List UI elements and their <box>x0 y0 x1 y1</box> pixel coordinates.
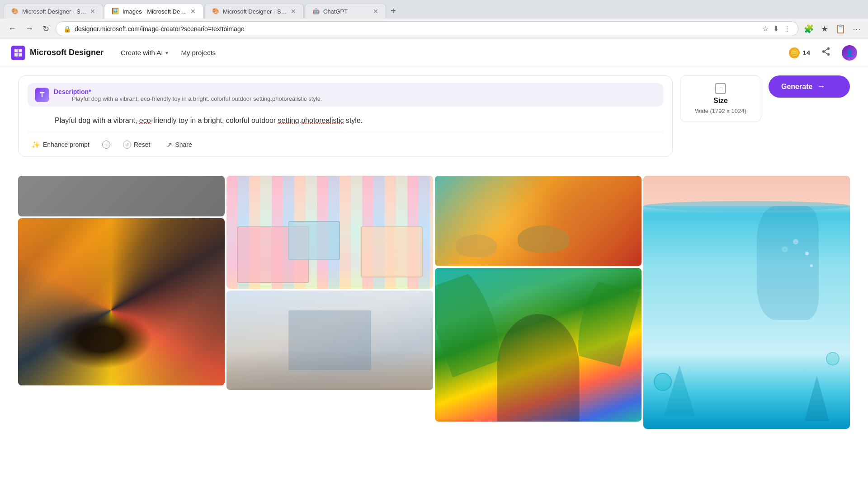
tab-1[interactable]: 🎨 Microsoft Designer - Stunning ... ✕ <box>4 4 103 19</box>
new-tab-button[interactable]: + <box>387 4 400 18</box>
reset-icon: ↺ <box>123 141 131 149</box>
gallery-image-ocean[interactable] <box>643 176 850 429</box>
size-checkbox[interactable]: □ <box>715 83 726 94</box>
gallery-image-cutoff[interactable] <box>18 176 225 216</box>
tab-3-close[interactable]: ✕ <box>291 8 296 15</box>
prompt-label: Description* <box>54 88 322 95</box>
main-content: Description* Playful dog with a vibrant,… <box>0 66 868 438</box>
prompt-toolbar: ✨ Enhance prompt i ↺ Reset ↗ Share <box>28 133 663 156</box>
star-icon[interactable]: ☆ <box>762 24 769 33</box>
prompt-word-photorealistic: photorealistic <box>301 117 344 124</box>
prompt-word-setting: setting <box>278 117 299 124</box>
top-prompt-row: Description* Playful dog with a vibrant,… <box>18 75 850 164</box>
browser-right-icons: 🧩 ★ 📋 ⋯ <box>802 22 863 36</box>
gallery-image-interior[interactable] <box>226 291 433 390</box>
nav-create-with-ai[interactable]: Create with AI ▾ <box>114 45 175 60</box>
back-button[interactable]: ← <box>5 22 19 35</box>
tab-2-title: Images - Microsoft Designer <box>123 8 187 15</box>
address-bar[interactable]: 🔒 designer.microsoft.com/image-creator?s… <box>56 21 798 36</box>
gallery-col-4 <box>643 176 850 429</box>
tab-1-close[interactable]: ✕ <box>90 8 95 15</box>
nav-create-label: Create with AI <box>121 49 163 56</box>
share-toolbar-icon: ↗ <box>166 141 172 149</box>
gallery-image-gifts[interactable] <box>226 176 433 289</box>
tab-2-favicon: 🖼️ <box>112 8 119 15</box>
size-value: Wide (1792 x 1024) <box>695 108 746 114</box>
gallery-image-abstract-orange[interactable] <box>18 218 225 385</box>
tab-1-favicon: 🎨 <box>11 8 19 15</box>
gallery-col-1 <box>18 176 225 429</box>
gallery-image-tropical[interactable] <box>435 268 642 422</box>
share-button[interactable]: ↗ Share <box>163 139 195 151</box>
forward-button[interactable]: → <box>23 22 36 35</box>
gallery-image-cooking[interactable] <box>435 176 642 266</box>
nav-projects-label: My projects <box>181 49 216 56</box>
reset-label: Reset <box>134 141 151 148</box>
enhance-info-icon[interactable]: i <box>102 141 110 149</box>
tab-4-favicon: 🤖 <box>312 8 320 15</box>
gallery <box>18 176 850 429</box>
browser-chrome: 🎨 Microsoft Designer - Stunning ... ✕ 🖼️… <box>0 0 868 39</box>
enhance-label: Enhance prompt <box>43 141 90 148</box>
enhance-icon: ✨ <box>31 141 40 149</box>
generate-arrow-icon: → <box>817 82 825 91</box>
nav-create-chevron: ▾ <box>165 50 168 56</box>
nav-my-projects[interactable]: My projects <box>175 45 222 60</box>
tab-3-title: Microsoft Designer - Stunning ... <box>223 8 287 15</box>
prompt-label-group: Description* Playful dog with a vibrant,… <box>54 88 322 102</box>
tab-2-close[interactable]: ✕ <box>190 8 196 15</box>
svg-rect-0 <box>11 46 25 60</box>
tab-3-favicon: 🎨 <box>212 8 219 15</box>
prompt-word-eco: eco <box>139 117 151 124</box>
logo-area: Microsoft Designer <box>11 46 104 60</box>
coins-badge[interactable]: 🪙 14 <box>789 47 810 58</box>
extensions-button[interactable]: 🧩 <box>802 22 816 36</box>
prompt-inner-header: Description* Playful dog with a vibrant,… <box>28 83 663 107</box>
tab-4[interactable]: 🤖 ChatGPT ✕ <box>305 4 386 19</box>
size-label: Size <box>713 97 728 105</box>
size-section[interactable]: □ Size Wide (1792 x 1024) <box>680 75 761 122</box>
coins-count: 14 <box>802 49 810 56</box>
generate-label: Generate <box>781 83 812 91</box>
tab-4-title: ChatGPT <box>323 8 369 15</box>
address-bar-row: ← → ↻ 🔒 designer.microsoft.com/image-cre… <box>0 19 868 39</box>
favorites-button[interactable]: ★ <box>819 22 830 36</box>
prompt-subtext: Playful dog with a vibrant, eco-friendly… <box>72 95 322 102</box>
gallery-wrapper <box>18 171 850 429</box>
address-text: designer.microsoft.com/image-creator?sce… <box>75 25 244 33</box>
share-icon <box>821 47 831 56</box>
share-label: Share <box>175 141 192 148</box>
enhance-prompt-button[interactable]: ✨ Enhance prompt <box>28 139 93 151</box>
refresh-button[interactable]: ↻ <box>40 22 52 36</box>
collections-button[interactable]: 📋 <box>834 22 847 36</box>
prompt-word-2: -friendly toy in a bright, colorful outd… <box>151 117 278 124</box>
coin-icon: 🪙 <box>789 47 800 58</box>
logo-text: Microsoft Designer <box>30 48 104 57</box>
tab-1-title: Microsoft Designer - Stunning ... <box>22 8 86 15</box>
browser-more-button[interactable]: ⋯ <box>851 22 863 36</box>
download-icon[interactable]: ⬇ <box>773 24 779 33</box>
prompt-display[interactable]: Playful dog with a vibrant, eco-friendly… <box>28 110 663 128</box>
gallery-col-2 <box>226 176 433 429</box>
text-icon <box>38 91 46 99</box>
header-right: 🪙 14 👤 <box>789 45 857 61</box>
generate-button[interactable]: Generate → <box>769 75 850 98</box>
gallery-col-3 <box>435 176 642 429</box>
prompt-area[interactable]: Description* Playful dog with a vibrant,… <box>18 75 673 157</box>
prompt-word-1: Playful dog with a vibrant, <box>55 117 139 124</box>
microsoft-designer-logo <box>11 46 25 60</box>
tab-2[interactable]: 🖼️ Images - Microsoft Designer ✕ <box>104 4 203 19</box>
prompt-word-style: style. <box>344 117 363 124</box>
share-header-button[interactable] <box>817 45 835 61</box>
app-header: Microsoft Designer Create with AI ▾ My p… <box>0 39 868 66</box>
address-icons: ☆ ⬇ ⋮ <box>762 24 791 33</box>
user-avatar[interactable]: 👤 <box>842 45 857 61</box>
more-icon[interactable]: ⋮ <box>783 24 791 33</box>
reset-button[interactable]: ↺ Reset <box>119 139 154 150</box>
tab-bar: 🎨 Microsoft Designer - Stunning ... ✕ 🖼️… <box>0 0 868 19</box>
tab-3[interactable]: 🎨 Microsoft Designer - Stunning ... ✕ <box>204 4 304 19</box>
tab-4-close[interactable]: ✕ <box>373 8 378 15</box>
prompt-type-icon <box>35 88 49 102</box>
